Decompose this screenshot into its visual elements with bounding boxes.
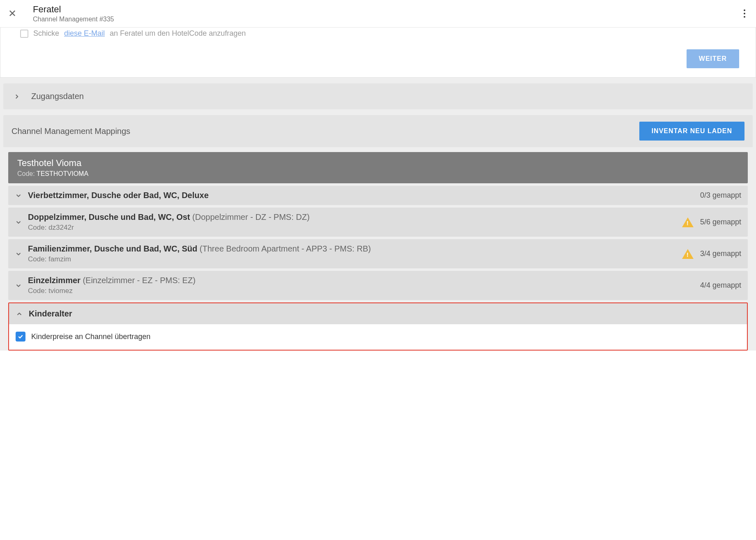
zugangsdaten-section[interactable]: Zugangsdaten — [3, 83, 753, 109]
room-row[interactable]: Vierbettzimmer, Dusche oder Bad, WC, Del… — [8, 186, 748, 205]
hotel-bar: Testhotel Vioma Code: TESTHOTVIOMA — [8, 152, 748, 183]
email-request-row: Schicke diese E-Mail an Feratel um den H… — [17, 28, 739, 38]
hotel-code-row: Code: TESTHOTVIOMA — [17, 170, 739, 178]
room-row[interactable]: Doppelzimmer, Dusche und Bad, WC, Ost (D… — [8, 208, 748, 237]
more-icon[interactable] — [741, 7, 748, 20]
header-title: Feratel — [33, 4, 741, 15]
close-icon[interactable]: ✕ — [8, 8, 16, 19]
chevron-down-icon — [15, 192, 22, 199]
warning-icon — [682, 249, 694, 259]
continue-button[interactable]: WEITER — [687, 49, 739, 68]
hotel-name: Testhotel Vioma — [17, 158, 739, 168]
room-code-label: Code: — [28, 287, 46, 295]
room-row[interactable]: Familienzimmer, Dusche und Bad, WC, Süd … — [8, 239, 748, 268]
room-code-label: Code: — [28, 255, 46, 263]
zugangsdaten-title: Zugangsdaten — [31, 92, 84, 101]
reload-inventory-button[interactable]: INVENTAR NEU LADEN — [639, 122, 744, 141]
mappings-header: Channel Management Mappings INVENTAR NEU… — [3, 115, 753, 147]
kinderalter-block: Kinderalter Kinderpreise an Channel über… — [8, 302, 748, 351]
email-checkbox[interactable] — [20, 30, 28, 38]
mappings-title: Channel Management Mappings — [12, 127, 130, 136]
warning-icon — [682, 217, 694, 227]
room-code-value: dz3242r — [48, 224, 74, 231]
kinderpreise-checkbox[interactable] — [16, 332, 25, 342]
room-code-value: tviomez — [48, 287, 73, 295]
room-title: Familienzimmer, Dusche und Bad, WC, Süd — [28, 244, 197, 253]
chevron-right-icon — [13, 93, 21, 100]
room-mapped-count: 0/3 gemappt — [700, 191, 741, 200]
room-title-extra: (Doppelzimmer - DZ - PMS: DZ) — [190, 212, 310, 222]
room-row[interactable]: Einzelzimmer (Einzelzimmer - EZ - PMS: E… — [8, 271, 748, 300]
chevron-down-icon — [15, 219, 22, 226]
kinderalter-body: Kinderpreise an Channel übertragen — [9, 324, 747, 350]
email-text-prefix: Schicke — [33, 29, 59, 38]
kinderalter-title: Kinderalter — [29, 309, 72, 318]
header-info: Feratel Channel Management #335 — [33, 4, 741, 23]
hotelcode-panel: Schicke diese E-Mail an Feratel um den H… — [0, 28, 756, 78]
room-mapped-count: 5/6 gemappt — [700, 218, 741, 226]
chevron-down-icon — [15, 282, 22, 289]
room-code-value: famzim — [48, 255, 71, 263]
room-title-extra: (Einzelzimmer - EZ - PMS: EZ) — [81, 276, 196, 285]
room-mapped-count: 4/4 gemappt — [700, 281, 741, 290]
email-link[interactable]: diese E-Mail — [64, 29, 105, 38]
header-subtitle: Channel Management #335 — [33, 16, 741, 23]
hotel-code-value: TESTHOTVIOMA — [37, 170, 88, 177]
room-title: Vierbettzimmer, Dusche oder Bad, WC, Del… — [28, 191, 209, 200]
chevron-down-icon — [15, 250, 22, 258]
room-title-extra: (Three Bedroom Apartment - APP3 - PMS: R… — [197, 244, 371, 253]
room-list: Vierbettzimmer, Dusche oder Bad, WC, Del… — [8, 186, 748, 300]
kinderalter-header[interactable]: Kinderalter — [9, 303, 747, 324]
dialog-header: ✕ Feratel Channel Management #335 — [0, 0, 756, 28]
hotel-code-label: Code: — [17, 170, 35, 177]
kinderpreise-label: Kinderpreise an Channel übertragen — [31, 332, 150, 341]
email-text-suffix: an Feratel um den HotelCode anzufragen — [110, 29, 246, 38]
room-title: Doppelzimmer, Dusche und Bad, WC, Ost — [28, 212, 190, 222]
room-code-label: Code: — [28, 224, 46, 231]
room-mapped-count: 3/4 gemappt — [700, 249, 741, 258]
room-title: Einzelzimmer — [28, 276, 81, 285]
chevron-up-icon — [16, 310, 23, 318]
